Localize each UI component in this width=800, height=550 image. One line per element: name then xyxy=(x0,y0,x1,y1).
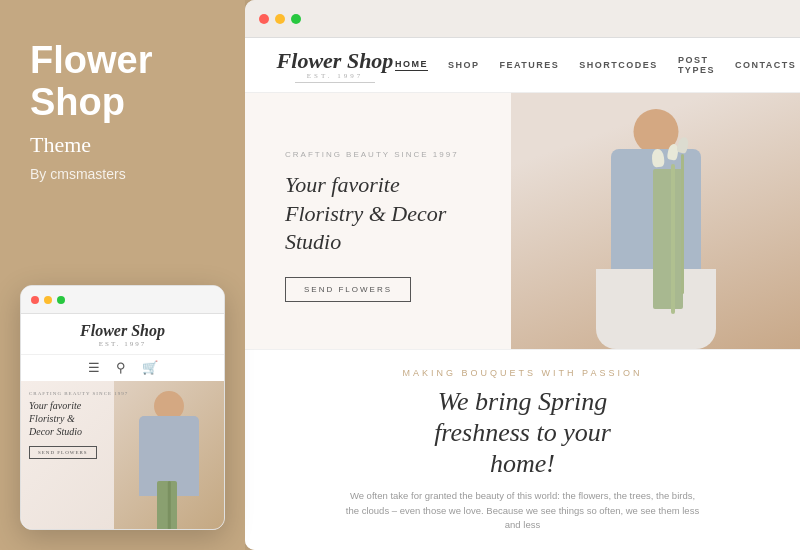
left-panel: Flower Shop Theme By cmsmasters Flower S… xyxy=(0,0,245,550)
mobile-nav: ☰ ⚲ 🛒 xyxy=(21,355,224,381)
mobile-tagline: Your favorite Floristry & Decor Studio xyxy=(29,399,128,438)
nav-link-post-types[interactable]: POST TYPES xyxy=(678,55,715,75)
desktop-mockup: Flower Shop EST. 1997 HOME SHOP FEATURES… xyxy=(245,0,800,550)
nav-link-contacts[interactable]: CONTACTS xyxy=(735,60,796,70)
hero-text: CRAFTING BEAUTY SINCE 1997 Your favorite… xyxy=(245,93,511,349)
bottom-section: MAKING BOUQUETS WITH PASSION We bring Sp… xyxy=(245,349,800,550)
browser-chrome-bar xyxy=(245,0,800,38)
bottom-subtitle: MAKING BOUQUETS WITH PASSION xyxy=(285,368,760,378)
mobile-logo: Flower Shop xyxy=(31,322,214,340)
site-logo: Flower Shop EST. 1997 xyxy=(275,48,395,83)
nav-link-shop[interactable]: SHOP xyxy=(448,60,480,70)
site-logo-est: EST. 1997 xyxy=(307,72,363,80)
theme-author: By cmsmasters xyxy=(30,166,215,182)
nav-links: HOME SHOP FEATURES SHORTCODES POST TYPES… xyxy=(395,55,796,75)
mobile-header: Flower Shop EST. 1997 xyxy=(21,314,224,355)
hero-tagline: Your favorite Floristry & Decor Studio xyxy=(285,171,481,257)
hero-person xyxy=(576,109,736,349)
mobile-chrome-bar xyxy=(21,286,224,314)
mobile-mockup: Flower Shop EST. 1997 ☰ ⚲ 🛒 CRAFTING BEA… xyxy=(20,285,225,530)
bottom-heading: We bring Spring freshness to your home! xyxy=(285,386,760,480)
nav-link-shortcodes[interactable]: SHORTCODES xyxy=(579,60,658,70)
mobile-est: EST. 1997 xyxy=(31,340,214,348)
mobile-menu-icon[interactable]: ☰ xyxy=(88,360,100,376)
mobile-hero: CRAFTING BEAUTY SINCE 1997 Your favorite… xyxy=(21,381,224,529)
mobile-dot-yellow xyxy=(44,296,52,304)
hero-cta-button[interactable]: SEND FLOWERS xyxy=(285,277,411,302)
chrome-dot-green xyxy=(291,14,301,24)
mobile-cart-icon[interactable]: 🛒 xyxy=(142,360,158,376)
theme-subtitle: Theme xyxy=(30,132,215,158)
hero-section: CRAFTING BEAUTY SINCE 1997 Your favorite… xyxy=(245,93,800,349)
nav-link-features[interactable]: FEATURES xyxy=(500,60,560,70)
mobile-search-icon[interactable]: ⚲ xyxy=(116,360,126,376)
mobile-dot-red xyxy=(31,296,39,304)
bottom-paragraph: We often take for granted the beauty of … xyxy=(343,489,703,532)
mobile-hero-image xyxy=(114,381,224,529)
nav-link-home[interactable]: HOME xyxy=(395,59,428,71)
person-flowers xyxy=(653,169,683,309)
chrome-dot-yellow xyxy=(275,14,285,24)
site-logo-text: Flower Shop xyxy=(277,48,394,74)
hero-image xyxy=(511,93,800,349)
theme-title: Flower Shop xyxy=(30,40,215,124)
flower-stem-3 xyxy=(681,154,684,294)
chrome-dot-red xyxy=(259,14,269,24)
mobile-crafting-text: CRAFTING BEAUTY SINCE 1997 xyxy=(29,391,128,396)
site-navigation: Flower Shop EST. 1997 HOME SHOP FEATURES… xyxy=(245,38,800,93)
hero-crafting-text: CRAFTING BEAUTY SINCE 1997 xyxy=(285,150,481,159)
mobile-cta-button[interactable]: SEND FLOWERS xyxy=(29,446,97,459)
mobile-hero-content: CRAFTING BEAUTY SINCE 1997 Your favorite… xyxy=(29,391,128,459)
flower-stem-2 xyxy=(671,164,675,314)
mobile-dot-green xyxy=(57,296,65,304)
site-logo-line xyxy=(295,82,375,83)
